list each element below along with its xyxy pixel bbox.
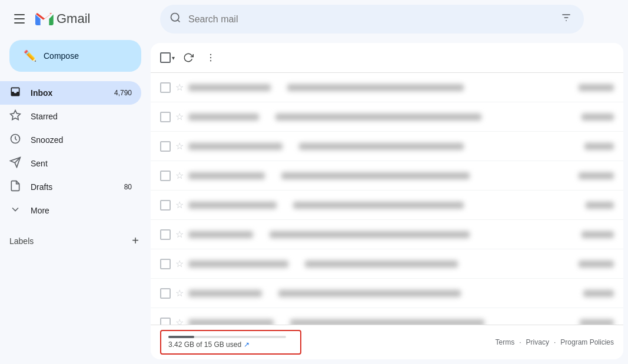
refresh-button[interactable] (178, 48, 198, 68)
main-area: ▾ ☆ ☆ (151, 0, 628, 364)
svg-point-10 (210, 57, 211, 58)
email-content (188, 172, 614, 179)
storage-manage-icon[interactable]: ↗ (244, 340, 250, 349)
table-row[interactable]: ☆ (151, 132, 623, 161)
select-chevron-icon[interactable]: ▾ (171, 52, 176, 64)
email-checkbox[interactable] (160, 200, 171, 211)
email-checkbox[interactable] (160, 288, 171, 299)
svg-point-4 (171, 14, 179, 21)
sidebar: Gmail ✏️ Compose Inbox 4,790 Starred Sno… (0, 0, 151, 364)
table-row[interactable]: ☆ (151, 73, 623, 102)
footer: 3.42 GB of 15 GB used ↗ Terms · Privacy … (151, 325, 623, 359)
sent-label: Sent (31, 159, 132, 168)
search-area (151, 0, 628, 38)
sidebar-item-sent[interactable]: Sent (0, 152, 141, 175)
drafts-icon (9, 180, 21, 195)
dot-2: · (554, 338, 556, 346)
email-content (188, 231, 614, 238)
search-bar (160, 5, 584, 34)
email-star-icon[interactable]: ☆ (175, 317, 184, 325)
email-checkbox[interactable] (160, 229, 171, 240)
terms-link[interactable]: Terms (496, 338, 515, 346)
labels-title: Labels (9, 236, 129, 246)
email-content (188, 319, 614, 325)
select-all-area: ▾ (160, 52, 176, 64)
sidebar-item-inbox[interactable]: Inbox 4,790 (0, 81, 141, 105)
header-area: Gmail (0, 5, 151, 33)
email-checkbox[interactable] (160, 82, 171, 93)
svg-point-9 (210, 54, 211, 55)
email-content (188, 202, 614, 209)
table-row[interactable]: ☆ (151, 161, 623, 191)
table-row[interactable]: ☆ (151, 308, 623, 325)
footer-links: Terms · Privacy · Program Policies (496, 338, 614, 346)
program-policies-link[interactable]: Program Policies (560, 338, 614, 346)
star-icon (9, 109, 21, 124)
snoozed-label: Snoozed (31, 135, 132, 145)
table-row[interactable]: ☆ (151, 102, 623, 132)
inbox-icon (9, 86, 21, 101)
dot-1: · (519, 338, 521, 346)
main-panel: ▾ ☆ ☆ (151, 43, 623, 359)
email-star-icon[interactable]: ☆ (175, 82, 184, 93)
inbox-count: 4,790 (114, 89, 132, 97)
email-star-icon[interactable]: ☆ (175, 258, 184, 269)
email-star-icon[interactable]: ☆ (175, 170, 184, 181)
more-chevron-icon (9, 203, 21, 218)
sidebar-item-starred[interactable]: Starred (0, 105, 141, 128)
email-checkbox[interactable] (160, 112, 171, 122)
table-row[interactable]: ☆ (151, 191, 623, 220)
email-checkbox[interactable] (160, 318, 171, 325)
snoozed-icon (9, 133, 21, 148)
table-row[interactable]: ☆ (151, 249, 623, 279)
storage-section: 3.42 GB of 15 GB used ↗ (160, 330, 301, 355)
search-input[interactable] (188, 14, 551, 25)
table-row[interactable]: ☆ (151, 279, 623, 308)
select-all-checkbox[interactable] (160, 52, 171, 63)
drafts-label: Drafts (31, 182, 115, 192)
storage-bar-fill (168, 336, 194, 338)
gmail-logo: Gmail (35, 11, 90, 26)
compose-pencil-icon: ✏️ (24, 49, 36, 62)
svg-line-5 (178, 20, 180, 22)
sent-icon (9, 156, 21, 171)
labels-section: Labels + (0, 227, 151, 255)
compose-label: Compose (44, 51, 79, 61)
more-label: More (31, 206, 132, 215)
storage-used-label: 3.42 GB of 15 GB used (168, 340, 241, 349)
email-checkbox[interactable] (160, 141, 171, 152)
email-star-icon[interactable]: ☆ (175, 229, 184, 240)
sidebar-item-more[interactable]: More (0, 199, 141, 222)
email-content (188, 290, 614, 297)
email-content (188, 143, 614, 150)
drafts-count: 80 (124, 183, 132, 191)
email-star-icon[interactable]: ☆ (175, 141, 184, 152)
inbox-label: Inbox (31, 88, 105, 98)
email-content (188, 84, 614, 91)
compose-button[interactable]: ✏️ Compose (9, 40, 141, 72)
email-toolbar: ▾ (151, 43, 623, 73)
sidebar-item-drafts[interactable]: Drafts 80 (0, 175, 141, 199)
sidebar-item-snoozed[interactable]: Snoozed (0, 128, 141, 152)
add-label-button[interactable]: + (129, 232, 141, 250)
email-content (188, 113, 614, 121)
menu-icon[interactable] (9, 9, 29, 28)
email-checkbox[interactable] (160, 259, 171, 269)
starred-label: Starred (31, 112, 132, 121)
svg-point-11 (210, 60, 211, 61)
email-star-icon[interactable]: ☆ (175, 288, 184, 299)
sidebar-nav: Inbox 4,790 Starred Snoozed Sent D (0, 81, 151, 222)
email-star-icon[interactable]: ☆ (175, 199, 184, 211)
gmail-m-logo (35, 12, 54, 26)
storage-text: 3.42 GB of 15 GB used ↗ (168, 340, 293, 349)
email-content (188, 261, 614, 268)
search-filter-icon[interactable] (558, 9, 574, 29)
email-star-icon[interactable]: ☆ (175, 111, 184, 122)
table-row[interactable]: ☆ (151, 220, 623, 249)
privacy-link[interactable]: Privacy (526, 338, 549, 346)
email-checkbox[interactable] (160, 171, 171, 181)
gmail-text-label: Gmail (57, 11, 90, 26)
more-options-button[interactable] (201, 48, 221, 68)
search-icon (170, 12, 181, 26)
storage-bar-container (168, 336, 286, 338)
